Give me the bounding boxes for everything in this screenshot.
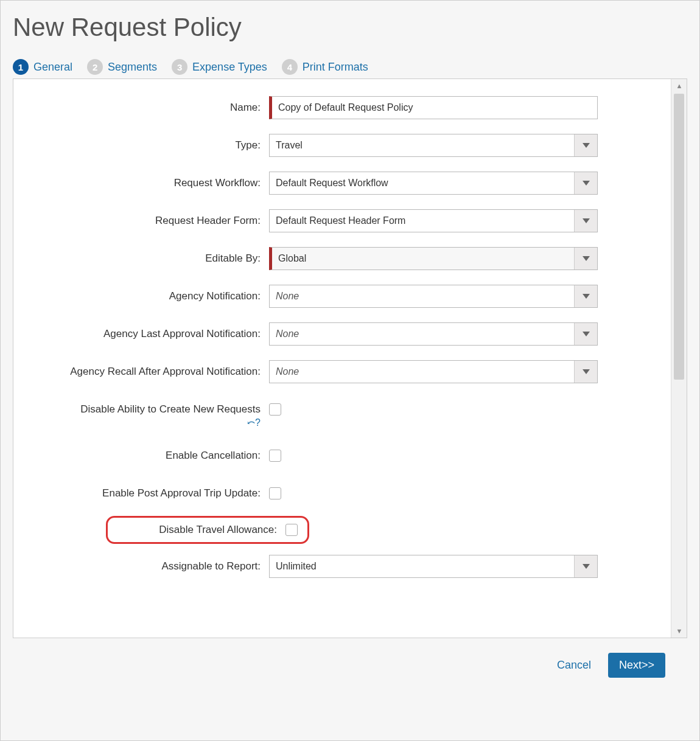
agency-notification-value: None [270, 285, 574, 307]
header-form-select[interactable]: Default Request Header Form [269, 209, 598, 232]
label-enable-cancel: Enable Cancellation: [13, 444, 269, 467]
label-workflow: Request Workflow: [13, 172, 269, 195]
step-expense-types[interactable]: 3 Expense Types [172, 59, 267, 75]
step-print-formats[interactable]: 4 Print Formats [282, 59, 368, 75]
agency-last-approval-select[interactable]: None [269, 322, 598, 346]
label-editable-by: Editable By: [13, 247, 269, 270]
disable-new-checkbox[interactable] [269, 403, 281, 416]
type-value: Travel [270, 134, 574, 156]
step-label: Segments [108, 61, 157, 74]
label-agency-last-approval: Agency Last Approval Notification: [13, 322, 269, 346]
chevron-down-icon[interactable] [574, 323, 597, 345]
name-input[interactable] [269, 96, 598, 119]
label-disable-new-text: Disable Ability to Create New Requests [80, 403, 261, 415]
label-type: Type: [13, 134, 269, 157]
label-name: Name: [13, 96, 269, 119]
disable-travel-allowance-checkbox[interactable] [285, 524, 298, 536]
editable-by-select[interactable]: Global [269, 247, 598, 270]
chevron-down-icon[interactable] [574, 134, 597, 156]
label-enable-post-approval: Enable Post Approval Trip Update: [13, 482, 269, 505]
label-disable-new: Disable Ability to Create New Requests ⤺… [13, 398, 269, 430]
next-button[interactable]: Next>> [608, 653, 665, 678]
cancel-button[interactable]: Cancel [557, 659, 591, 672]
step-label: Print Formats [303, 61, 368, 74]
chevron-down-icon[interactable] [574, 285, 597, 307]
step-label: General [33, 61, 72, 74]
label-agency-notification: Agency Notification: [13, 285, 269, 308]
agency-last-approval-value: None [270, 323, 574, 345]
type-select[interactable]: Travel [269, 134, 598, 157]
page-title: New Request Policy [13, 13, 687, 42]
step-segments[interactable]: 2 Segments [87, 59, 157, 75]
footer: Cancel Next>> [13, 638, 687, 678]
step-label: Expense Types [192, 61, 267, 74]
scroll-down-icon[interactable]: ▼ [671, 624, 687, 638]
agency-recall-select[interactable]: None [269, 360, 598, 383]
agency-recall-value: None [270, 361, 574, 383]
label-disable-travel-allowance: Disable Travel Allowance: [159, 524, 277, 536]
chevron-down-icon[interactable] [574, 555, 597, 577]
editable-by-value: Global [272, 248, 574, 270]
header-form-value: Default Request Header Form [270, 210, 574, 232]
step-number-icon: 2 [87, 59, 103, 75]
wizard-stepper: 1 General 2 Segments 3 Expense Types 4 P… [13, 59, 687, 75]
enable-cancel-checkbox[interactable] [269, 450, 281, 462]
form-panel: Name: Type: Travel Request Workflow: [13, 78, 687, 638]
step-number-icon: 1 [13, 59, 29, 75]
chevron-down-icon[interactable] [574, 210, 597, 232]
assignable-to-report-select[interactable]: Unlimited [269, 555, 598, 578]
step-number-icon: 3 [172, 59, 187, 75]
help-icon[interactable]: ⤺? [247, 417, 261, 428]
highlighted-disable-travel-allowance: Disable Travel Allowance: [106, 516, 309, 544]
label-agency-recall: Agency Recall After Approval Notificatio… [13, 360, 269, 378]
workflow-select[interactable]: Default Request Workflow [269, 172, 598, 195]
step-general[interactable]: 1 General [13, 59, 72, 75]
scrollbar[interactable]: ▲ ▼ [671, 79, 687, 638]
chevron-down-icon[interactable] [574, 172, 597, 194]
scroll-thumb[interactable] [674, 94, 684, 380]
chevron-down-icon[interactable] [574, 361, 597, 383]
label-header-form: Request Header Form: [13, 209, 269, 232]
agency-notification-select[interactable]: None [269, 285, 598, 308]
scroll-up-icon[interactable]: ▲ [671, 79, 687, 92]
assignable-to-report-value: Unlimited [270, 555, 574, 577]
chevron-down-icon[interactable] [574, 248, 597, 270]
enable-post-approval-checkbox[interactable] [269, 487, 281, 499]
step-number-icon: 4 [282, 59, 298, 75]
label-assignable-to-report: Assignable to Report: [13, 555, 269, 578]
workflow-value: Default Request Workflow [270, 172, 574, 194]
